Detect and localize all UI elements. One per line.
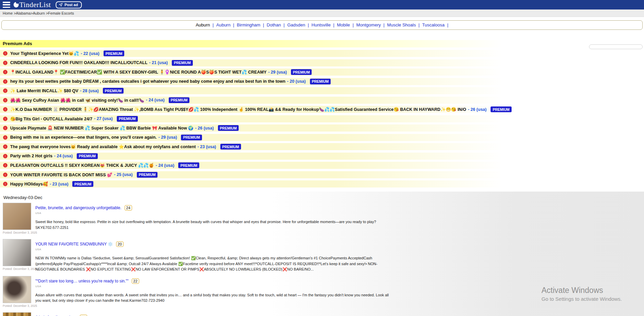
listing-country: USA bbox=[35, 212, 390, 215]
listing-card: Posted: December 3, 2025 Petite, brunett… bbox=[3, 203, 390, 235]
listing-title-link[interactable]: Petite, brunette, and dangerously unforg… bbox=[35, 205, 122, 210]
premium-ad-row[interactable]: ↑ 😘Big Tits Girl - OUTCALL Available 24/… bbox=[0, 115, 644, 122]
listing-body: A lady for all occasions 38 USA bbox=[35, 312, 390, 316]
premium-ad-row[interactable]: ↑ Being with me is an experience—one tha… bbox=[0, 134, 644, 141]
premium-ad-title[interactable]: Party with 2 Hot girls bbox=[10, 154, 52, 158]
listing-thumbnail[interactable] bbox=[3, 203, 31, 230]
premium-badge: PREMIUM bbox=[310, 79, 331, 84]
city-separator: | bbox=[447, 22, 448, 27]
premium-ad-age: - 20 (usa) bbox=[287, 79, 306, 84]
premium-ad-row[interactable]: ↑ PLEASANTON OUTCALLS !! SEXY KOREAN😻 TH… bbox=[0, 162, 644, 169]
premium-ad-title[interactable]: ✨ Lake Merritt INCALL✨ $80 QV bbox=[10, 88, 78, 93]
city-separator: | bbox=[333, 22, 334, 27]
city-link[interactable]: Muscle Shoals bbox=[387, 22, 416, 27]
city-link[interactable]: Gadsden bbox=[287, 22, 305, 27]
premium-ad-row[interactable]: ↑ 📍INCALL OAKLAND📍 ✅FACETIME/CAR✅ WITH A… bbox=[0, 68, 644, 76]
listing-title-row: A lady for all occasions 38 bbox=[35, 315, 390, 316]
premium-ad-row[interactable]: ↑ Party with 2 Hot girls - 24 (usa) PREM… bbox=[0, 153, 644, 160]
listing-card: Posted: December 3, 2025 YOUR NEW FAVORI… bbox=[3, 239, 390, 272]
age-badge: 24 bbox=[125, 205, 132, 211]
listing-card: Posted: December 3, 2025 "“Don't stare t… bbox=[3, 276, 390, 309]
premium-ad-row[interactable]: ↑ hey its your best wettes petite baby D… bbox=[0, 78, 644, 85]
premium-ad-title[interactable]: ✨K.O Daa NUMBER 🐰 PROVIDER 🧍✨💋AMAZING Th… bbox=[10, 107, 466, 112]
premium-badge: PREMIUM bbox=[491, 106, 512, 112]
send-icon bbox=[59, 3, 63, 7]
premium-ad-title[interactable]: Your Tightest Experience Yet🐱💦 bbox=[10, 51, 79, 56]
premium-badge: PREMIUM bbox=[117, 116, 138, 122]
premium-ad-age: - 24 (usa) bbox=[146, 98, 165, 102]
flame-icon bbox=[14, 2, 19, 7]
up-arrow-icon: ↑ bbox=[3, 135, 7, 140]
premium-badge: PREMIUM bbox=[178, 162, 199, 168]
premium-ad-row[interactable]: ↑ YOUR WINTER FAVORITE IS BACK DONT MISS… bbox=[0, 171, 644, 178]
premium-ad-title[interactable]: Happy HOlidays🥰 bbox=[10, 181, 48, 186]
up-arrow-icon: ↑ bbox=[3, 163, 7, 167]
premium-badge: PREMIUM bbox=[104, 51, 125, 56]
premium-ad-title[interactable]: YOUR WINTER FAVORITE IS BACK DONT MISS 💕 bbox=[10, 172, 112, 177]
premium-ad-age: - 29 (usa) bbox=[268, 70, 287, 75]
listing-country: USA bbox=[35, 285, 390, 288]
listing-title-link[interactable]: A lady for all occasions bbox=[35, 315, 77, 316]
listing-body: "“Don't stare too long… unless you're re… bbox=[35, 276, 390, 309]
premium-ad-row[interactable]: ↑ Happy HOlidays🥰 - 23 (usa) PREMIUM bbox=[0, 180, 644, 187]
listing-title-link[interactable]: "“Don't stare too long… unless you're re… bbox=[35, 279, 129, 283]
premium-badge: PREMIUM bbox=[169, 97, 190, 103]
city-separator: | bbox=[383, 22, 384, 27]
premium-ad-title[interactable]: Being with me is an experience—one that … bbox=[10, 135, 157, 140]
premium-ad-row[interactable]: ↑ Your Tightest Experience Yet🐱💦 - 22 (u… bbox=[0, 50, 644, 57]
premium-ad-age: - 21 (usa) bbox=[149, 60, 168, 65]
brand-logo[interactable]: TinderList bbox=[14, 1, 51, 9]
menu-icon[interactable] bbox=[3, 2, 10, 8]
listing-title-link[interactable]: YOUR NEW FAVORITE SNOWBUNNY ❄️ bbox=[35, 242, 113, 246]
city-link[interactable]: Birmingham bbox=[237, 22, 260, 27]
up-arrow-icon: ↑ bbox=[3, 70, 7, 74]
premium-badge: PREMIUM bbox=[291, 69, 312, 75]
premium-ad-age: - 24 (usa) bbox=[156, 163, 174, 168]
city-link[interactable]: Huntsville bbox=[312, 22, 331, 27]
up-arrow-icon: ↑ bbox=[3, 117, 7, 121]
post-ad-label: Post ad bbox=[65, 3, 78, 7]
city-link[interactable]: Auburn bbox=[216, 22, 231, 27]
breadcrumb[interactable]: Home >Alabama>Auburn >Female Escorts bbox=[3, 11, 74, 15]
city-link[interactable]: Tuscaloosa bbox=[422, 22, 445, 27]
listing-description: Asian allure with curves that speak loud… bbox=[35, 292, 390, 303]
posted-date: Posted: December 3, 2025 bbox=[3, 304, 31, 308]
listing-thumbnail[interactable] bbox=[3, 312, 31, 316]
premium-ads-section: Premium Ads ↑ Your Tightest Experience Y… bbox=[0, 40, 644, 187]
listing-thumbnail[interactable] bbox=[3, 276, 31, 303]
premium-ad-title[interactable]: 📍INCALL OAKLAND📍 ✅FACETIME/CAR✅ WITH A S… bbox=[10, 70, 266, 75]
premium-ad-row[interactable]: ↑ CINDERELLA LOOKING FOR FUN!!! OAKLAND!… bbox=[0, 59, 644, 66]
premium-ad-title[interactable]: hey its your best wettes petite baby DRE… bbox=[10, 79, 286, 84]
premium-ad-title[interactable]: The pawg that everyone loves🐱 Ready and … bbox=[10, 144, 196, 149]
premium-ad-age: - 29 (usa) bbox=[159, 135, 177, 140]
age-badge: 22 bbox=[132, 278, 139, 284]
posted-date: Posted: December 3, 2025 bbox=[3, 267, 31, 271]
premium-ad-age: - 23 (usa) bbox=[50, 182, 68, 186]
listing-title-row: Petite, brunette, and dangerously unforg… bbox=[35, 205, 390, 211]
city-link[interactable]: Montgomery bbox=[356, 22, 381, 27]
city-link[interactable]: Dothan bbox=[267, 22, 281, 27]
premium-badge: PREMIUM bbox=[137, 172, 158, 178]
premium-ad-title[interactable]: CINDERELLA LOOKING FOR FUN!!! OAKLAND!!!… bbox=[10, 60, 147, 65]
city-link[interactable]: Mobile bbox=[337, 22, 350, 27]
up-arrow-icon: ↑ bbox=[3, 98, 7, 102]
premium-ad-row[interactable]: ↑ 🌺🌺 Sexy CuRvy Asian 🌺🌺 in call 🦋 visit… bbox=[0, 97, 644, 104]
city-item: Tuscaloosa | bbox=[422, 22, 449, 27]
premium-ad-row[interactable]: ↑ The pawg that everyone loves🐱 Ready an… bbox=[0, 143, 644, 150]
listing-body: YOUR NEW FAVORITE SNOWBUNNY ❄️ 20 USA NE… bbox=[35, 239, 390, 272]
top-navigation-bar: TinderList Post ad bbox=[0, 0, 644, 9]
premium-ad-row[interactable]: ↑ ✨K.O Daa NUMBER 🐰 PROVIDER 🧍✨💋AMAZING … bbox=[0, 106, 644, 113]
premium-ad-title[interactable]: Upscale Playmate 🚨 NEW NUMBER 💦 Super So… bbox=[10, 125, 194, 131]
city-link[interactable]: Auburn bbox=[196, 22, 210, 27]
premium-ad-row[interactable]: ↑ ✨ Lake Merritt INCALL✨ $80 QV - 28 (us… bbox=[0, 87, 644, 94]
premium-ad-row[interactable]: ↑ Upscale Playmate 🚨 NEW NUMBER 💦 Super … bbox=[0, 124, 644, 132]
empty-rounded-box[interactable] bbox=[589, 44, 643, 49]
listing-title-row: YOUR NEW FAVORITE SNOWBUNNY ❄️ 20 bbox=[35, 241, 390, 247]
city-item: Auburn | bbox=[216, 22, 236, 27]
listing-thumbnail[interactable] bbox=[3, 239, 31, 266]
post-ad-button[interactable]: Post ad bbox=[56, 1, 82, 8]
premium-ad-title[interactable]: 😘Big Tits Girl - OUTCALL Available 24/7 bbox=[10, 116, 92, 121]
premium-ad-title[interactable]: 🌺🌺 Sexy CuRvy Asian 🌺🌺 in call 🦋 visitin… bbox=[10, 98, 144, 103]
premium-ad-title[interactable]: PLEASANTON OUTCALLS !! SEXY KOREAN😻 THIC… bbox=[10, 163, 154, 168]
page: TinderList Post ad Home >Alabama>Auburn … bbox=[0, 0, 644, 316]
